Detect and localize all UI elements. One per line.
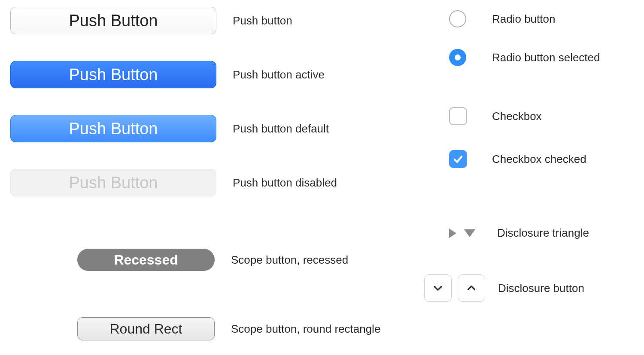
push-button-label: Push Button <box>69 12 158 30</box>
radio-button[interactable] <box>449 10 466 27</box>
push-button-caption: Push button <box>233 14 292 27</box>
radio-dot-icon <box>455 54 461 60</box>
scope-button-recessed[interactable]: Recessed <box>77 249 215 271</box>
radio-button-selected-caption: Radio button selected <box>492 51 600 64</box>
push-button-default-caption: Push button default <box>233 122 329 135</box>
disclosure-button-up[interactable] <box>458 274 485 302</box>
checkbox-caption: Checkbox <box>492 110 542 123</box>
checkbox[interactable] <box>449 107 467 125</box>
disclosure-triangle-down-icon[interactable] <box>464 229 475 237</box>
push-button-disabled: Push Button <box>10 169 216 196</box>
push-button-default-label: Push Button <box>69 120 158 138</box>
push-button-disabled-caption: Push button disabled <box>233 176 337 190</box>
checkbox-checked-caption: Checkbox checked <box>492 153 586 166</box>
push-button-disabled-label: Push Button <box>69 174 158 192</box>
push-button-active[interactable]: Push Button <box>10 61 216 88</box>
check-icon <box>452 153 464 165</box>
push-button-default[interactable]: Push Button <box>10 115 216 142</box>
push-button[interactable]: Push Button <box>10 7 216 34</box>
chevron-down-icon <box>432 283 444 294</box>
disclosure-triangle-caption: Disclosure triangle <box>497 226 589 240</box>
scope-button-recessed-caption: Scope button, recessed <box>231 253 348 267</box>
scope-button-round-rect[interactable]: Round Rect <box>77 317 215 340</box>
scope-button-round-rect-caption: Scope button, round rectangle <box>231 322 380 336</box>
checkbox-checked[interactable] <box>449 150 467 168</box>
push-button-active-label: Push Button <box>69 66 158 84</box>
push-button-active-caption: Push button active <box>233 68 325 81</box>
radio-button-selected[interactable] <box>449 49 466 66</box>
scope-button-round-rect-label: Round Rect <box>110 321 182 337</box>
scope-button-recessed-label: Recessed <box>114 252 178 268</box>
chevron-up-icon <box>466 283 477 294</box>
disclosure-triangle-right-icon[interactable] <box>449 229 456 238</box>
radio-button-caption: Radio button <box>492 12 555 26</box>
disclosure-button-down[interactable] <box>424 274 452 302</box>
disclosure-button-caption: Disclosure button <box>498 282 584 295</box>
